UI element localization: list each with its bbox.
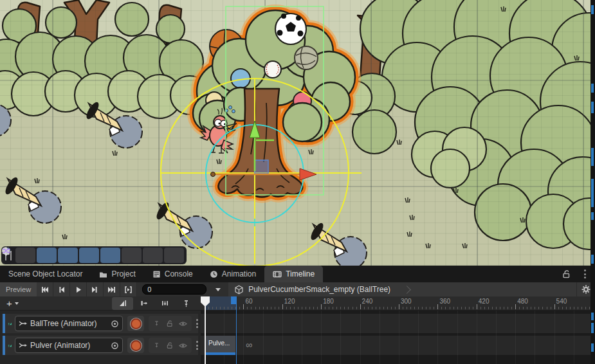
lane-pulver[interactable] <box>201 336 590 355</box>
eye-icon[interactable] <box>179 342 187 349</box>
track-menu-icon[interactable] <box>196 341 198 350</box>
mixer-tool-button[interactable] <box>37 248 57 263</box>
ruler-tick <box>344 307 345 309</box>
ruler-tick <box>267 307 268 309</box>
ruler-tick <box>208 307 209 309</box>
ruler-tick <box>488 307 489 309</box>
add-track-button[interactable]: + <box>0 298 21 309</box>
preview-toggle-button[interactable]: Preview <box>0 282 37 296</box>
ruler-tick <box>372 307 372 309</box>
curves-view-button[interactable] <box>112 297 133 310</box>
insert-frame-button[interactable] <box>154 297 176 310</box>
ruler-tick <box>578 307 578 309</box>
cube-icon <box>234 285 244 295</box>
lock-icon[interactable] <box>166 341 173 349</box>
folder-icon <box>99 270 107 278</box>
tab-label: Scene Object Locator <box>8 269 82 278</box>
track-name-box[interactable]: Pulver (Animator) <box>15 338 123 353</box>
moon-tool-button[interactable] <box>79 248 99 263</box>
infinite-loop-icon: ∞ <box>246 336 252 355</box>
ruler-tick <box>407 307 407 309</box>
search-tool-button[interactable] <box>122 248 142 263</box>
ruler-tick <box>410 307 411 309</box>
ruler-tick <box>535 307 535 309</box>
move-tool-button[interactable] <box>15 248 35 263</box>
ruler-label: 60 <box>245 298 252 305</box>
layers-tool-button[interactable] <box>100 248 120 263</box>
target-picker-icon[interactable] <box>111 320 119 328</box>
lane-balltree[interactable] <box>201 314 590 333</box>
play-range-button[interactable] <box>120 282 137 296</box>
ruler-tick <box>566 307 567 309</box>
scene-viewport[interactable] <box>0 0 595 266</box>
ruler-tick <box>224 307 224 309</box>
ruler-tick <box>275 307 275 309</box>
lock-icon[interactable] <box>166 320 173 327</box>
ruler-label: 240 <box>362 298 373 305</box>
ruler-tick <box>441 307 442 309</box>
ruler-tick <box>247 307 248 309</box>
ruler-tick <box>547 307 547 309</box>
tab-animation[interactable]: Animation <box>201 266 264 282</box>
ruler-tick <box>508 307 508 309</box>
record-button[interactable] <box>127 338 144 353</box>
tab-console[interactable]: Console <box>144 266 201 282</box>
ruler-tick <box>383 307 384 309</box>
tab-label: Animation <box>222 269 256 278</box>
animation-clip[interactable]: Pulve... <box>206 336 235 355</box>
hatch-tool-button[interactable] <box>58 248 78 263</box>
next-frame-button[interactable] <box>87 282 104 296</box>
ruler-tick <box>364 307 365 309</box>
play-button[interactable] <box>70 282 87 296</box>
ruler-tick <box>515 304 516 309</box>
lane-gridline <box>477 311 477 364</box>
pin-button[interactable] <box>176 297 197 310</box>
track-menu-icon[interactable] <box>196 319 198 328</box>
breadcrumb[interactable]: PulverCucumberSmack_empty (BallTree) <box>228 282 595 296</box>
lane-gridline <box>321 311 322 364</box>
ruler-tick <box>243 304 244 309</box>
frame-dropdown-caret[interactable] <box>215 288 221 291</box>
ruler-tick <box>232 307 232 309</box>
track-row-pulver[interactable]: Pulver (Animator) <box>3 336 198 355</box>
ruler-tick <box>290 307 291 309</box>
eye-icon[interactable] <box>179 320 187 327</box>
scene-art <box>0 0 595 266</box>
timeline-ruler[interactable]: 60120180240300360420480540 <box>201 296 590 311</box>
skip-to-start-button[interactable] <box>37 282 53 296</box>
timeline-controls-row: Preview PulverCucumberSmack_empty (BallT… <box>0 282 595 296</box>
ruler-tick <box>212 307 213 309</box>
ruler-tick <box>317 307 318 309</box>
pin-icon[interactable] <box>153 320 160 327</box>
follow-playhead-button[interactable] <box>133 297 154 310</box>
track-row-balltree[interactable]: BallTree (Animator) <box>3 314 198 333</box>
timeline-lanes[interactable]: Pulve... ∞ <box>201 311 590 364</box>
previous-frame-button[interactable] <box>53 282 70 296</box>
right-scroll-strip[interactable] <box>590 0 595 364</box>
lane-gridline <box>360 311 361 364</box>
target-picker-icon[interactable] <box>111 341 119 350</box>
ruler-tick <box>220 307 221 309</box>
filmstrip-icon <box>273 270 282 278</box>
record-button[interactable] <box>127 316 144 331</box>
tab-scene-object-locator[interactable]: Scene Object Locator <box>0 266 91 282</box>
add-track-caret-icon <box>15 302 19 305</box>
track-name-box[interactable]: BallTree (Animator) <box>15 316 123 331</box>
skip-to-end-button[interactable] <box>104 282 120 296</box>
lane-gridline <box>380 311 380 364</box>
clock-icon <box>210 270 218 278</box>
ruler-label: 300 <box>401 298 412 305</box>
track-flags <box>149 316 192 331</box>
kebab-menu-icon[interactable] <box>584 269 586 278</box>
frame-number-field[interactable] <box>142 284 206 295</box>
volleyball <box>295 46 318 69</box>
pin-icon[interactable] <box>153 341 160 349</box>
ruler-label: 120 <box>284 298 295 305</box>
unlock-icon[interactable] <box>562 269 571 278</box>
shuffle-tool-button[interactable] <box>164 248 184 263</box>
ruler-tick <box>286 307 287 309</box>
ruler-tick <box>239 307 240 309</box>
camera-tool-button[interactable] <box>143 248 163 263</box>
tab-project[interactable]: Project <box>91 266 143 282</box>
tab-timeline[interactable]: Timeline <box>264 266 323 282</box>
